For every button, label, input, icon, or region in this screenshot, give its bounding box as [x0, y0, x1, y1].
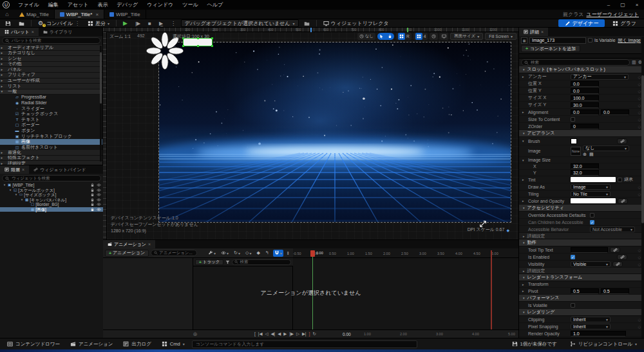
document-tab[interactable]: WBP_Title* ×: [55, 10, 104, 19]
tab-hierarchy[interactable]: 階層×: [0, 165, 29, 174]
document-tab[interactable]: WBP_Title ×: [104, 10, 146, 19]
close-icon[interactable]: ×: [95, 12, 99, 17]
render-opacity-input[interactable]: 1.0: [571, 331, 626, 337]
palette-row[interactable]: ▸ プリミティブ: [0, 73, 102, 79]
size-to-content-checkbox[interactable]: [571, 117, 575, 122]
bind-link-button[interactable]: [612, 261, 623, 267]
image-size-y-input[interactable]: 32.0: [571, 170, 599, 176]
stop-button[interactable]: ■: [146, 19, 154, 27]
palette-row[interactable]: ▸ オーディオマテリアル: [0, 45, 102, 51]
design-canvas[interactable]: ズーム 1:1 492 選択項目:100 x 30 なし R 4: [107, 32, 518, 239]
unsaved-status-button[interactable]: 1個が未保存です: [509, 340, 560, 349]
expander-icon[interactable]: ▸: [0, 73, 4, 78]
tooltip-input[interactable]: [571, 247, 608, 253]
open-image-link[interactable]: 開く Image: [618, 37, 642, 44]
outline-toggle-button[interactable]: [440, 33, 448, 40]
section-slot[interactable]: ▾スロット (キャンバスパネルスロット): [519, 66, 644, 73]
section-render-transform[interactable]: ▾レンダートランスフォーム: [519, 274, 644, 281]
document-tab[interactable]: Map_Title ×: [14, 10, 55, 19]
expander-icon[interactable]: ▾: [14, 192, 18, 198]
tab-widget-bind[interactable]: ウィジェットバインド: [29, 165, 91, 174]
home-icon[interactable]: ⌂: [0, 10, 14, 19]
palette-row[interactable]: ▸ その他: [0, 62, 102, 68]
menu-item[interactable]: ヘルプ: [203, 0, 228, 10]
color-opacity-bar[interactable]: [571, 198, 616, 203]
debug-filter-icon[interactable]: [301, 19, 312, 27]
fill-screen-dropdown[interactable]: Fill Screen▾: [485, 33, 516, 40]
expander-icon[interactable]: ▸: [0, 67, 4, 72]
expander-icon[interactable]: ▾: [20, 198, 24, 203]
lock-icon[interactable]: [90, 202, 95, 207]
draw-as-dropdown[interactable]: Image▾: [571, 184, 611, 190]
menu-item[interactable]: デバッグ: [113, 0, 143, 10]
camera-options-button[interactable]: ▾: [220, 250, 230, 257]
eye-icon[interactable]: [97, 188, 101, 192]
anchor-dropdown[interactable]: アンカー▾: [571, 74, 629, 80]
lock-icon[interactable]: [90, 188, 95, 192]
hierarchy-row[interactable]: ▦ [画像]: [0, 207, 103, 212]
eye-icon[interactable]: [97, 183, 101, 187]
expander-icon[interactable]: ▾: [8, 188, 12, 193]
animation-search-input[interactable]: アニメーション...: [151, 250, 197, 256]
expander-icon[interactable]: ▸: [0, 51, 4, 56]
tint-inherit-checkbox[interactable]: [618, 178, 622, 182]
transport-button[interactable]: |▶: [289, 331, 294, 337]
dpi-scale[interactable]: DPI スケール 0.67◆: [468, 227, 509, 233]
palette-row[interactable]: ▸ 特殊エフェクト: [0, 156, 102, 162]
pixel-snapping-dropdown[interactable]: Inherit▾: [571, 324, 611, 329]
tab-details[interactable]: 詳細×: [519, 28, 548, 36]
transport-button[interactable]: |◀: [258, 331, 263, 337]
accessible-behavior-dropdown[interactable]: Not Accessible▾: [590, 227, 635, 232]
console-command-input[interactable]: コンソールコマンドを入力します: [192, 340, 417, 348]
palette-row[interactable]: ▾ 一般: [0, 89, 102, 95]
play-button[interactable]: ▶: [120, 19, 130, 27]
section-appearance[interactable]: ▾アピアランス: [519, 130, 644, 137]
eye-icon[interactable]: [97, 202, 101, 207]
palette-row[interactable]: ▢ ボーダー: [0, 122, 102, 128]
bind-link-button[interactable]: [618, 198, 628, 204]
hierarchy-row[interactable]: ▢ [Border_BG]: [0, 202, 103, 207]
brush-color-swatch[interactable]: [571, 138, 577, 144]
widget-reflector-button[interactable]: ウィジェットリフレクタ: [321, 19, 392, 27]
palette-row[interactable]: ◫ 名前付きスロット: [0, 145, 102, 151]
localization-preview-button[interactable]: なし: [357, 33, 375, 40]
size-y-input[interactable]: 30.0: [571, 102, 599, 108]
section-rendering[interactable]: ▾レンダリング: [519, 309, 644, 316]
palette-row[interactable]: ▸ リスト: [0, 84, 102, 89]
transport-button[interactable]: ]: [309, 331, 310, 337]
reset-icon[interactable]: ◇: [638, 248, 641, 252]
reset-icon[interactable]: ◇: [638, 89, 641, 93]
palette-row[interactable]: ▸ パネル: [0, 67, 102, 73]
grid-snap-toggle[interactable]: R: [396, 33, 412, 40]
snap-magnet-toggle[interactable]: ▾: [273, 250, 283, 257]
widget-name-input[interactable]: Image_173: [529, 37, 586, 44]
details-search-input[interactable]: 検索: [521, 59, 630, 66]
tiling-dropdown[interactable]: No Tile▾: [571, 191, 611, 197]
playback-options-button[interactable]: ↻▾: [232, 250, 242, 257]
palette-row[interactable]: ▸ 最適化: [0, 150, 102, 156]
keyframe-options-button[interactable]: ◇▾: [244, 250, 252, 257]
hierarchy-row[interactable]: ▾ ▦ [キャンバスパネル]: [0, 198, 103, 203]
hierarchy-row[interactable]: ▾ ▣ [WBP_Title]: [0, 183, 103, 188]
tab-animation[interactable]: アニメーション×: [103, 240, 155, 248]
menu-item[interactable]: ファイル: [14, 0, 44, 10]
reset-icon[interactable]: ◇: [638, 103, 641, 107]
edit-mode-icon[interactable]: ↰: [264, 250, 270, 257]
expander-icon[interactable]: ▸: [0, 62, 4, 67]
advanced-expander[interactable]: ▸詳細設定: [519, 268, 644, 274]
expander-icon[interactable]: ▸: [0, 79, 4, 84]
pivot-x-input[interactable]: 0.5: [571, 288, 599, 294]
hierarchy-row[interactable]: ▾ ◱ [スケールボックス]: [0, 188, 103, 193]
record-button[interactable]: ◎: [193, 331, 197, 337]
section-accessibility[interactable]: ▾アクセシビリティ: [519, 205, 644, 212]
menu-item[interactable]: 編集: [44, 0, 63, 10]
reset-icon[interactable]: ◇: [638, 185, 641, 189]
track-search-input[interactable]: 検索: [232, 259, 291, 265]
add-component-button[interactable]: +コンポーネントを追加: [521, 45, 580, 52]
zorder-input[interactable]: 0: [571, 124, 599, 129]
section-behavior[interactable]: ▾動作: [519, 239, 644, 246]
menu-item[interactable]: ツール: [178, 0, 202, 10]
revision-control-button[interactable]: リビジョンコントロール▾: [567, 340, 640, 349]
override-accessible-checkbox[interactable]: [590, 213, 594, 218]
designer-viewport[interactable]: 0100200300400500600700800900100011001200: [103, 28, 518, 239]
